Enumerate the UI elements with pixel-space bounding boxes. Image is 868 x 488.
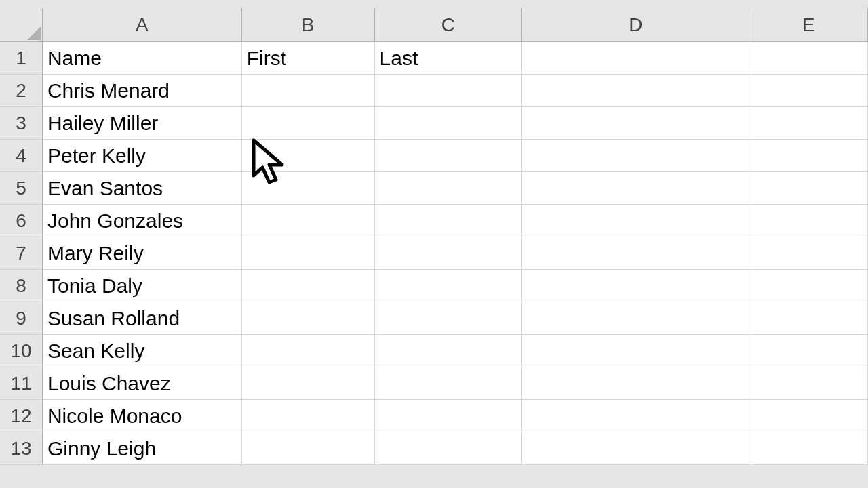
cell-D4[interactable] [522, 140, 749, 172]
cell-D1[interactable] [522, 42, 749, 75]
cell-E2[interactable] [749, 75, 868, 107]
cell-B1[interactable]: First [242, 42, 375, 75]
cell-B2[interactable] [242, 75, 375, 107]
row-header-10[interactable]: 10 [0, 335, 43, 367]
row-11: 11 Louis Chavez [0, 367, 868, 400]
row-1: 1 Name First Last [0, 42, 868, 75]
cell-E11[interactable] [749, 367, 868, 400]
cell-B12[interactable] [242, 400, 375, 432]
row-12: 12 Nicole Monaco [0, 400, 868, 432]
cell-D2[interactable] [522, 75, 749, 107]
cell-A9[interactable]: Susan Rolland [43, 302, 242, 335]
cell-D13[interactable] [522, 432, 749, 465]
cell-A2[interactable]: Chris Menard [43, 75, 242, 107]
column-header-D[interactable]: D [522, 8, 749, 42]
cell-A12[interactable]: Nicole Monaco [43, 400, 242, 432]
cell-B9[interactable] [242, 302, 375, 335]
row-header-5[interactable]: 5 [0, 172, 43, 205]
cell-D8[interactable] [522, 270, 749, 302]
row-header-9[interactable]: 9 [0, 302, 43, 335]
cell-C9[interactable] [375, 302, 523, 335]
cell-D7[interactable] [522, 237, 749, 270]
row-4: 4 Peter Kelly [0, 140, 868, 172]
row-header-8[interactable]: 8 [0, 270, 43, 302]
cell-C11[interactable] [375, 367, 523, 400]
row-header-2[interactable]: 2 [0, 75, 43, 107]
cell-B11[interactable] [242, 367, 375, 400]
row-13: 13 Ginny Leigh [0, 432, 868, 465]
cell-C5[interactable] [375, 172, 523, 205]
column-headers-row: A B C D E [0, 8, 868, 42]
cell-C3[interactable] [375, 107, 523, 140]
cell-D6[interactable] [522, 205, 749, 237]
cell-D3[interactable] [522, 107, 749, 140]
cell-D12[interactable] [522, 400, 749, 432]
cell-E7[interactable] [749, 237, 868, 270]
cell-D10[interactable] [522, 335, 749, 367]
cell-D11[interactable] [522, 367, 749, 400]
spreadsheet-grid[interactable]: A B C D E 1 Name First Last 2 Chris Mena… [0, 8, 868, 465]
row-header-13[interactable]: 13 [0, 432, 43, 465]
cell-B8[interactable] [242, 270, 375, 302]
select-all-corner[interactable] [0, 8, 43, 42]
cell-C10[interactable] [375, 335, 523, 367]
column-header-E[interactable]: E [749, 8, 868, 42]
cell-A10[interactable]: Sean Kelly [43, 335, 242, 367]
row-2: 2 Chris Menard [0, 75, 868, 107]
row-3: 3 Hailey Miller [0, 107, 868, 140]
column-header-A[interactable]: A [43, 8, 242, 42]
cell-A7[interactable]: Mary Reily [43, 237, 242, 270]
cell-C8[interactable] [375, 270, 523, 302]
cell-E13[interactable] [749, 432, 868, 465]
cell-B7[interactable] [242, 237, 375, 270]
cell-C1[interactable]: Last [375, 42, 523, 75]
cell-E6[interactable] [749, 205, 868, 237]
row-5: 5 Evan Santos [0, 172, 868, 205]
row-header-12[interactable]: 12 [0, 400, 43, 432]
cell-E12[interactable] [749, 400, 868, 432]
cell-B5[interactable] [242, 172, 375, 205]
row-6: 6 John Gonzales [0, 205, 868, 237]
select-all-triangle-icon [24, 24, 41, 40]
cell-B10[interactable] [242, 335, 375, 367]
cell-B4[interactable] [242, 140, 375, 172]
cell-A5[interactable]: Evan Santos [43, 172, 242, 205]
cell-E4[interactable] [749, 140, 868, 172]
cell-A11[interactable]: Louis Chavez [43, 367, 242, 400]
cell-A3[interactable]: Hailey Miller [43, 107, 242, 140]
cell-C12[interactable] [375, 400, 523, 432]
cell-C2[interactable] [375, 75, 523, 107]
column-header-B[interactable]: B [242, 8, 375, 42]
row-7: 7 Mary Reily [0, 237, 868, 270]
cell-E1[interactable] [749, 42, 868, 75]
cell-E10[interactable] [749, 335, 868, 367]
column-header-C[interactable]: C [375, 8, 523, 42]
cell-A1[interactable]: Name [43, 42, 242, 75]
cell-A6[interactable]: John Gonzales [43, 205, 242, 237]
cell-E3[interactable] [749, 107, 868, 140]
cell-A13[interactable]: Ginny Leigh [43, 432, 242, 465]
cell-B6[interactable] [242, 205, 375, 237]
row-10: 10 Sean Kelly [0, 335, 868, 367]
row-header-1[interactable]: 1 [0, 42, 43, 75]
cell-C6[interactable] [375, 205, 523, 237]
svg-marker-0 [27, 26, 41, 40]
cell-C13[interactable] [375, 432, 523, 465]
cell-B13[interactable] [242, 432, 375, 465]
row-header-4[interactable]: 4 [0, 140, 43, 172]
cell-E9[interactable] [749, 302, 868, 335]
row-header-6[interactable]: 6 [0, 205, 43, 237]
cell-D9[interactable] [522, 302, 749, 335]
row-9: 9 Susan Rolland [0, 302, 868, 335]
row-header-3[interactable]: 3 [0, 107, 43, 140]
cell-C4[interactable] [375, 140, 523, 172]
row-header-7[interactable]: 7 [0, 237, 43, 270]
row-header-11[interactable]: 11 [0, 367, 43, 400]
cell-E5[interactable] [749, 172, 868, 205]
cell-E8[interactable] [749, 270, 868, 302]
cell-C7[interactable] [375, 237, 523, 270]
cell-D5[interactable] [522, 172, 749, 205]
cell-B3[interactable] [242, 107, 375, 140]
cell-A8[interactable]: Tonia Daly [43, 270, 242, 302]
cell-A4[interactable]: Peter Kelly [43, 140, 242, 172]
